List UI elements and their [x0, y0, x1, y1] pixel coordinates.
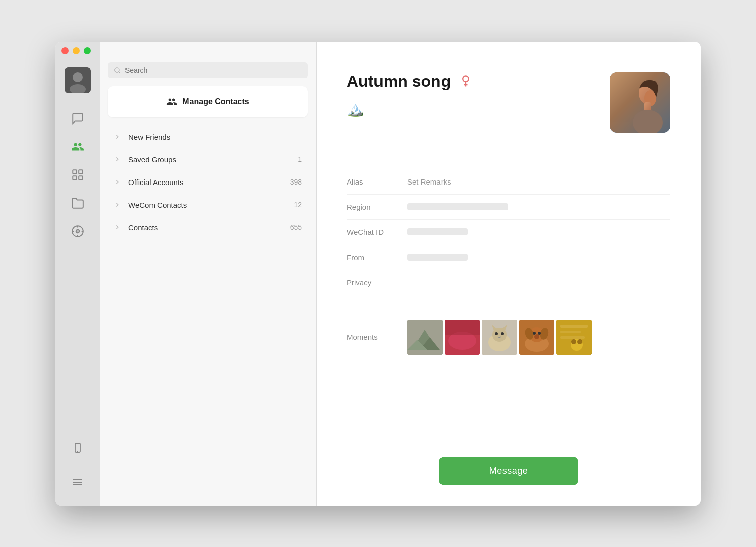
sidebar-item-discover[interactable]	[65, 162, 91, 188]
manage-contacts-card[interactable]: Manage Contacts	[108, 86, 308, 117]
item-label-saved-groups: Saved Groups	[128, 155, 298, 164]
search-bar[interactable]	[108, 62, 308, 78]
svg-point-41	[501, 332, 504, 335]
svg-rect-53	[560, 336, 585, 339]
moments-divider	[347, 299, 670, 299]
sidebar-item-camera[interactable]	[65, 218, 91, 245]
chevron-icon	[114, 133, 121, 140]
main-content: Autumn song 🏔️	[317, 42, 701, 506]
info-row-wechat-id: WeChat ID	[347, 220, 670, 245]
svg-point-55	[571, 339, 576, 344]
svg-point-48	[538, 332, 541, 335]
profile-name-row: Autumn song	[347, 72, 473, 91]
sidebar-item-contacts[interactable]	[65, 134, 91, 160]
item-label-official-accounts: Official Accounts	[128, 178, 290, 187]
item-label-wecom-contacts: WeCom Contacts	[128, 201, 294, 209]
list-item-wecom-contacts[interactable]: WeCom Contacts 12	[104, 194, 312, 216]
moment-thumb-2[interactable]	[445, 320, 480, 355]
message-btn-area: Message	[347, 427, 670, 485]
item-count-contacts: 655	[290, 223, 302, 231]
profile-name: Autumn song	[347, 72, 451, 91]
info-placeholder-wechat-id	[407, 228, 468, 235]
chevron-icon	[114, 224, 121, 231]
moment-thumb-3[interactable]	[482, 320, 517, 355]
profile-title-area: Autumn song 🏔️	[347, 72, 473, 117]
item-label-new-friends: New Friends	[128, 133, 302, 141]
info-label-privacy: Privacy	[347, 278, 407, 287]
chevron-icon	[114, 156, 121, 163]
moments-label: Moments	[347, 333, 407, 341]
svg-rect-4	[79, 170, 83, 174]
sidebar-bottom	[65, 435, 91, 496]
svg-point-1	[73, 72, 83, 82]
info-label-alias: Alias	[347, 177, 407, 186]
svg-point-40	[495, 332, 498, 335]
divider	[347, 157, 670, 157]
moment-thumb-5[interactable]	[556, 320, 592, 355]
svg-rect-5	[73, 176, 77, 180]
search-input[interactable]	[125, 66, 302, 74]
list-item-saved-groups[interactable]: Saved Groups 1	[104, 148, 312, 171]
item-count-wecom-contacts: 12	[294, 201, 302, 209]
sidebar-item-menu[interactable]	[65, 469, 91, 496]
svg-point-49	[534, 334, 539, 339]
profile-header: Autumn song 🏔️	[347, 72, 670, 133]
list-item-new-friends[interactable]: New Friends	[104, 126, 312, 148]
list-item-official-accounts[interactable]: Official Accounts 398	[104, 171, 312, 194]
close-button[interactable]	[61, 47, 69, 54]
info-placeholder-from	[407, 254, 468, 261]
svg-line-19	[119, 71, 120, 73]
message-button[interactable]: Message	[439, 457, 579, 485]
contacts-panel: Manage Contacts New Friends Saved Groups…	[100, 42, 317, 506]
moments-section: Moments	[347, 312, 670, 363]
avatar-image	[610, 72, 670, 133]
svg-rect-52	[560, 331, 581, 333]
info-row-from: From	[347, 245, 670, 270]
info-placeholder-region	[407, 203, 508, 210]
moment-thumb-1[interactable]	[407, 320, 443, 355]
contact-list: New Friends Saved Groups 1 Official Acco…	[100, 121, 316, 243]
manage-contacts-label: Manage Contacts	[182, 97, 249, 106]
info-table: Alias Set Remarks Region WeChat ID From …	[347, 169, 670, 295]
info-label-from: From	[347, 253, 407, 262]
profile-emoji: 🏔️	[347, 101, 473, 117]
info-row-privacy: Privacy	[347, 270, 670, 295]
list-item-contacts[interactable]: Contacts 655	[104, 216, 312, 239]
svg-rect-3	[73, 170, 77, 174]
moment-thumb-4[interactable]	[519, 320, 554, 355]
svg-point-56	[577, 339, 582, 344]
sidebar-item-chat[interactable]	[65, 105, 91, 132]
avatar[interactable]	[65, 67, 91, 93]
gender-icon	[459, 74, 473, 88]
info-label-wechat-id: WeChat ID	[347, 228, 407, 236]
chevron-icon	[114, 178, 121, 186]
moments-thumbnails	[407, 320, 592, 355]
item-count-saved-groups: 1	[298, 155, 302, 163]
search-icon	[114, 67, 121, 74]
info-row-region: Region	[347, 195, 670, 220]
info-value-alias: Set Remarks	[407, 177, 451, 186]
maximize-button[interactable]	[84, 47, 91, 54]
info-label-region: Region	[347, 203, 407, 211]
titlebar	[55, 42, 701, 60]
chevron-icon	[114, 201, 121, 208]
app-window: Manage Contacts New Friends Saved Groups…	[55, 42, 701, 506]
svg-rect-6	[79, 176, 83, 180]
svg-rect-34	[445, 320, 480, 335]
sidebar-icons	[55, 42, 100, 506]
item-count-official-accounts: 398	[290, 178, 302, 186]
svg-rect-51	[560, 325, 588, 328]
sidebar-item-phone[interactable]	[65, 435, 91, 461]
svg-point-18	[115, 67, 119, 72]
item-label-contacts: Contacts	[128, 223, 290, 232]
profile-avatar	[610, 72, 670, 133]
svg-point-47	[533, 332, 536, 335]
manage-contacts-icon	[166, 96, 177, 107]
minimize-button[interactable]	[73, 47, 80, 54]
info-row-alias: Alias Set Remarks	[347, 169, 670, 195]
sidebar-item-files[interactable]	[65, 190, 91, 216]
svg-point-20	[463, 76, 469, 82]
